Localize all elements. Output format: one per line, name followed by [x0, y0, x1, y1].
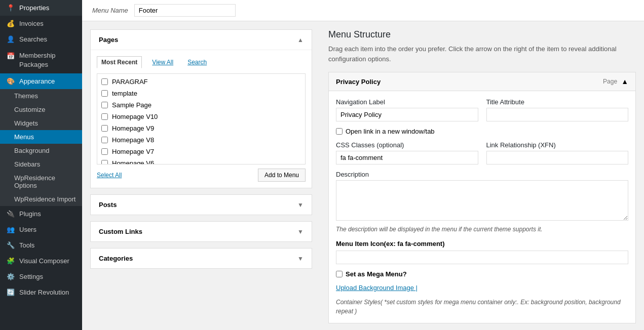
categories-accordion-header[interactable]: Categories ▼ — [91, 249, 312, 268]
appearance-submenu: Themes Customize Widgets Menus Backgroun… — [0, 89, 82, 206]
page-item-homepage-v7: Homepage V7 — [99, 146, 303, 157]
sidebar-sub-widgets[interactable]: Widgets — [0, 116, 82, 130]
page-item-homepage-v8: Homepage V8 — [99, 134, 303, 146]
content-area: Pages ▲ Most Recent View All Search PARA… — [82, 21, 644, 330]
page-checkbox-homepage-v7[interactable] — [101, 148, 108, 155]
sidebar-item-searches[interactable]: 👤 Searches — [0, 31, 82, 47]
menu-item-title: Privacy Policy — [336, 78, 381, 86]
sidebar-item-plugins[interactable]: 🔌 Plugins — [0, 206, 82, 222]
description-note: The description will be displayed in the… — [336, 225, 628, 234]
pages-title: Pages — [99, 36, 118, 44]
title-attr-group: Title Attribute — [486, 98, 629, 121]
tab-most-recent[interactable]: Most Recent — [97, 56, 142, 68]
sidebar-sub-background[interactable]: Background — [0, 144, 82, 157]
page-label-sample-page: Sample Page — [112, 101, 151, 109]
open-new-window-row: Open link in a new window/tab — [336, 128, 628, 135]
pages-accordion-header[interactable]: Pages ▲ — [91, 30, 312, 50]
pages-accordion-body: Most Recent View All Search PARAGRAF tem… — [91, 50, 312, 188]
posts-accordion-arrow: ▼ — [297, 201, 304, 209]
categories-accordion: Categories ▼ — [90, 248, 312, 269]
menu-item-expand-icon[interactable]: ▲ — [621, 77, 628, 86]
sidebar-sub-customize[interactable]: Customize — [0, 103, 82, 116]
page-checkbox-homepage-v6[interactable] — [101, 160, 108, 164]
menu-item-type: Page — [603, 78, 617, 85]
settings-icon: ⚙️ — [6, 273, 15, 280]
mega-menu-row: Set as Mega Menu? — [336, 270, 628, 278]
sidebar-item-slider-revolution[interactable]: 🔄 Slider Revolution — [0, 284, 82, 300]
open-new-window-checkbox[interactable] — [336, 128, 343, 135]
page-checkbox-template[interactable] — [101, 90, 108, 97]
sidebar-item-settings[interactable]: ⚙️ Settings — [0, 269, 82, 284]
mega-menu-checkbox[interactable] — [336, 271, 343, 277]
page-label-homepage-v10: Homepage V10 — [112, 113, 158, 120]
slider-revolution-icon: 🔄 — [6, 288, 15, 296]
description-label: Description — [336, 171, 628, 178]
page-label-homepage-v8: Homepage V8 — [112, 136, 154, 144]
css-classes-input[interactable] — [336, 151, 478, 164]
custom-links-accordion-arrow: ▼ — [297, 228, 304, 235]
description-textarea[interactable] — [336, 180, 628, 221]
tools-icon: 🔧 — [6, 241, 15, 249]
sidebar-item-properties[interactable]: 📍 Properties — [0, 0, 82, 16]
nav-label-label: Navigation Label — [336, 98, 478, 106]
sidebar-sub-wpresidence-import[interactable]: WpResidence Import — [0, 192, 82, 206]
posts-accordion-header[interactable]: Posts ▼ — [91, 195, 312, 215]
page-label-paragraf: PARAGRAF — [112, 78, 148, 86]
sidebar-item-membership-packages[interactable]: 📅 Membership Packages — [0, 47, 82, 73]
page-label-homepage-v6: Homepage V6 — [112, 159, 154, 164]
top-bar: Menu Name — [82, 0, 644, 21]
sidebar: 📍 Properties 💰 Invoices 👤 Searches 📅 Mem… — [0, 0, 82, 330]
categories-title: Categories — [99, 255, 133, 262]
page-checkbox-homepage-v8[interactable] — [101, 137, 108, 143]
sidebar-item-appearance[interactable]: 🎨 Appearance — [0, 73, 82, 89]
page-checkbox-paragraf[interactable] — [101, 78, 108, 85]
pages-accordion-arrow: ▲ — [297, 36, 304, 44]
upload-bg-link[interactable]: Upload Background Image | — [336, 284, 628, 292]
custom-links-accordion: Custom Links ▼ — [90, 221, 312, 242]
posts-title: Posts — [99, 201, 117, 209]
main-content: Menu Name Pages ▲ Most Recent View All S… — [82, 0, 644, 330]
posts-accordion: Posts ▼ — [90, 194, 312, 215]
sidebar-sub-sidebars[interactable]: Sidebars — [0, 157, 82, 171]
plugins-icon: 🔌 — [6, 210, 15, 218]
open-new-window-label: Open link in a new window/tab — [346, 128, 435, 135]
sidebar-sub-themes[interactable]: Themes — [0, 89, 82, 103]
right-panel: Menu Structure Drag each item into the o… — [320, 21, 644, 330]
page-checkbox-sample-page[interactable] — [101, 102, 108, 108]
menu-name-label: Menu Name — [92, 7, 128, 14]
visual-composer-icon: 🧩 — [6, 257, 15, 265]
mega-menu-label: Set as Mega Menu? — [346, 270, 407, 278]
pages-accordion: Pages ▲ Most Recent View All Search PARA… — [90, 29, 312, 188]
menu-structure-title: Menu Structure — [328, 29, 636, 40]
custom-links-accordion-header[interactable]: Custom Links ▼ — [91, 222, 312, 241]
tab-view-all[interactable]: View All — [148, 56, 177, 68]
page-checkbox-homepage-v9[interactable] — [101, 125, 108, 132]
sidebar-sub-menus[interactable]: Menus — [0, 130, 82, 144]
sidebar-item-invoices[interactable]: 💰 Invoices — [0, 16, 82, 31]
appearance-icon: 🎨 — [6, 77, 15, 85]
page-checkbox-homepage-v10[interactable] — [101, 113, 108, 120]
sidebar-item-tools[interactable]: 🔧 Tools — [0, 237, 82, 253]
css-classes-label: CSS Classes (optional) — [336, 141, 478, 149]
menu-name-input[interactable] — [134, 4, 236, 17]
tab-search[interactable]: Search — [183, 56, 211, 68]
sidebar-sub-wpresidence-options[interactable]: WpResidence Options — [0, 171, 82, 192]
select-all-link[interactable]: Select All — [97, 172, 122, 179]
icon-input[interactable] — [336, 251, 628, 264]
menu-item-header: Privacy Policy Page ▲ — [329, 72, 635, 91]
page-label-homepage-v7: Homepage V7 — [112, 148, 154, 155]
menu-item-card: Privacy Policy Page ▲ Navigation Label — [328, 72, 636, 323]
pages-list: PARAGRAF template Sample Page Homep — [97, 73, 306, 164]
form-row-css-link: CSS Classes (optional) Link Relationship… — [336, 141, 628, 164]
link-rel-input[interactable] — [486, 151, 629, 164]
users-icon: 👥 — [6, 226, 15, 233]
sidebar-item-users[interactable]: 👥 Users — [0, 222, 82, 237]
add-to-menu-button[interactable]: Add to Menu — [258, 169, 306, 182]
categories-accordion-arrow: ▼ — [297, 255, 304, 262]
menu-structure-desc: Drag each item into the order you prefer… — [328, 44, 636, 64]
properties-icon: 📍 — [6, 4, 15, 12]
sidebar-item-visual-composer[interactable]: 🧩 Visual Composer — [0, 253, 82, 269]
title-attr-input[interactable] — [486, 108, 629, 121]
membership-icon: 📅 — [6, 52, 15, 60]
nav-label-input[interactable] — [336, 108, 478, 121]
